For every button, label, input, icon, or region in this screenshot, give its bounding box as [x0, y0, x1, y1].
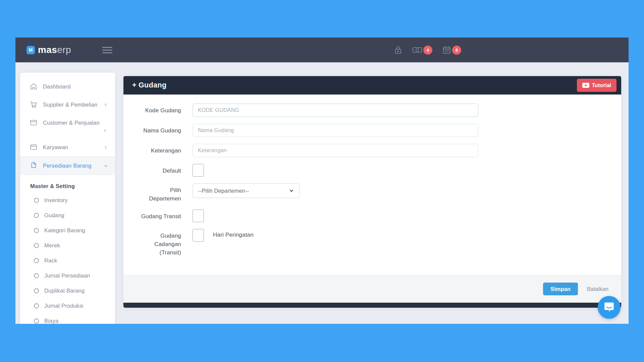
save-button[interactable]: Simpan — [543, 283, 578, 295]
default-label: Default — [137, 164, 181, 177]
lock-button[interactable] — [394, 46, 402, 54]
sidebar-item-dashboard[interactable]: Dashboard — [20, 77, 115, 96]
brand-name: maserp — [38, 45, 71, 55]
sidebar-item-gudang[interactable]: Gudang — [20, 208, 115, 223]
panel-header: +Gudang Tutorial — [123, 76, 621, 95]
keterangan-input[interactable] — [193, 144, 478, 157]
sub-item-label: Duplikat Barang — [44, 288, 85, 294]
app-window: M maserp 4 — [15, 38, 629, 324]
pilih-departemen-label: Pilih Departemen — [137, 183, 181, 203]
sidebar-item-inventory[interactable]: Inventory — [20, 193, 115, 208]
sidebar-item-duplikat-barang[interactable]: Duplikat Barang — [20, 283, 115, 298]
gudang-transit-label: Gudang Transit — [137, 209, 181, 222]
sidebar: Dashboard Supplier & Pembelian Customer … — [20, 73, 115, 324]
sidebar-item-customer-penjualan[interactable]: Customer & Penjualan — [20, 114, 115, 138]
sub-item-label: Rack — [44, 257, 57, 264]
chevron-left-icon — [103, 145, 108, 150]
sub-item-label: Inventory — [44, 197, 68, 203]
sidebar-item-label: Dashboard — [43, 83, 71, 90]
navbar-icon-group: 4 6 — [394, 38, 461, 62]
sidebar-item-persediaan-barang[interactable]: Persediaan Barang — [20, 156, 115, 175]
circle-icon — [34, 213, 39, 218]
chat-bubble-icon — [603, 301, 615, 314]
cart-icon — [30, 101, 38, 109]
sidebar-item-label: Karyawan — [43, 144, 68, 150]
sub-item-label: Merek — [44, 242, 60, 249]
tutorial-button-label: Tutorial — [592, 82, 611, 88]
kode-gudang-label: Kode Gudang — [137, 104, 181, 117]
chevron-down-icon — [103, 163, 108, 168]
cash-badge: 4 — [423, 46, 432, 55]
departemen-select[interactable]: --Pilih Departemen-- — [193, 183, 300, 198]
sub-item-label: Jurnal Produksi — [44, 303, 84, 309]
circle-icon — [34, 258, 39, 263]
form-row: Default — [137, 164, 608, 177]
circle-icon — [34, 273, 39, 279]
sub-item-label: Biaya — [44, 318, 58, 324]
calendar-badge: 6 — [452, 46, 461, 55]
youtube-icon — [582, 83, 589, 88]
sidebar-item-label: Persediaan Barang — [43, 163, 92, 169]
cash-notifications-button[interactable]: 4 — [412, 46, 432, 55]
sidebar-item-jurnal-persediaan[interactable]: Jurnal Persediaan — [20, 268, 115, 283]
chevron-left-icon — [103, 102, 108, 107]
circle-icon — [34, 197, 39, 203]
sub-item-label: Kategori Barang — [44, 227, 85, 234]
page-title: +Gudang — [132, 81, 167, 89]
calendar-notifications-button[interactable]: 6 — [442, 46, 461, 55]
gudang-transit-checkbox[interactable] — [193, 209, 204, 222]
hari-peringatan-label: Hari Peringatan — [213, 229, 254, 257]
nama-gudang-input[interactable] — [193, 124, 478, 137]
sidebar-item-rack[interactable]: Rack — [20, 253, 115, 268]
form-body: Kode Gudang Nama Gudang Keterangan Defau… — [123, 95, 621, 275]
circle-icon — [34, 243, 39, 248]
form-row: Gudang Cadangan (Transit) Hari Peringata… — [137, 229, 608, 257]
keterangan-label: Keterangan — [137, 144, 181, 157]
card-icon — [30, 143, 38, 151]
circle-icon — [34, 303, 39, 309]
form-row: Keterangan — [137, 144, 608, 157]
circle-icon — [34, 228, 39, 233]
kode-gudang-input[interactable] — [193, 104, 478, 117]
sidebar-item-supplier-pembelian[interactable]: Supplier & Pembelian — [20, 96, 115, 114]
cancel-link[interactable]: Batalkan — [587, 286, 608, 292]
top-navbar: M maserp 4 — [15, 38, 629, 62]
chevron-down-icon — [289, 188, 294, 193]
card-icon — [30, 119, 38, 127]
sidebar-item-merek[interactable]: Merek — [20, 238, 115, 253]
gudang-form-panel: +Gudang Tutorial Kode Gudang Nama Gudang… — [123, 76, 621, 308]
form-row: Kode Gudang — [137, 104, 608, 117]
chevron-left-icon — [30, 128, 108, 133]
sidebar-section-heading: Master & Setting — [20, 175, 115, 193]
brand-logo[interactable]: M maserp — [26, 45, 71, 55]
tag-icon — [30, 162, 38, 170]
brand-mark-icon: M — [26, 46, 35, 54]
desktop-background: { "navbar": { "brand": { "mark": "M", "n… — [0, 0, 644, 362]
form-footer: Simpan Batalkan — [123, 275, 621, 303]
menu-toggle-button[interactable] — [102, 46, 112, 54]
sub-item-label: Jurnal Persediaan — [44, 273, 90, 279]
sidebar-item-jurnal-produksi[interactable]: Jurnal Produksi — [20, 298, 115, 313]
lock-icon — [394, 46, 402, 54]
circle-icon — [34, 288, 39, 294]
departemen-selected-value: --Pilih Departemen-- — [198, 188, 249, 194]
form-row: Pilih Departemen --Pilih Departemen-- — [137, 183, 608, 203]
circle-icon — [34, 318, 39, 324]
cash-icon — [412, 46, 422, 54]
chat-launcher-button[interactable] — [598, 296, 621, 319]
sidebar-item-kategori-barang[interactable]: Kategori Barang — [20, 223, 115, 238]
tutorial-button[interactable]: Tutorial — [577, 79, 616, 92]
gudang-cadangan-label: Gudang Cadangan (Transit) — [137, 229, 181, 257]
sidebar-item-karyawan[interactable]: Karyawan — [20, 138, 115, 156]
home-icon — [30, 82, 38, 90]
sidebar-item-label: Customer & Penjualan — [43, 120, 100, 126]
default-checkbox[interactable] — [193, 164, 204, 177]
nama-gudang-label: Nama Gudang — [137, 124, 181, 137]
gudang-cadangan-checkbox[interactable] — [193, 229, 204, 242]
sub-item-label: Gudang — [44, 212, 64, 219]
sidebar-item-biaya[interactable]: Biaya — [20, 313, 115, 324]
form-row: Nama Gudang — [137, 124, 608, 137]
calendar-icon — [442, 46, 451, 54]
panel-bottom-bar — [123, 303, 621, 308]
form-row: Gudang Transit — [137, 209, 608, 222]
